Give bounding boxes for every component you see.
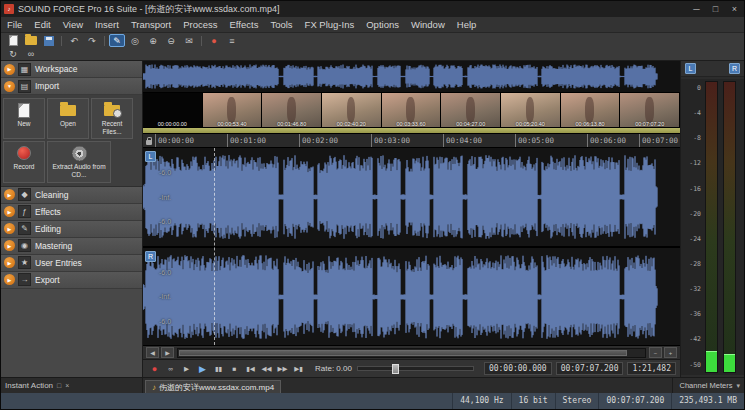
menu-tools[interactable]: Tools <box>264 17 298 33</box>
scroll-left-button[interactable]: ◀ <box>146 347 159 358</box>
close-panel-icon[interactable]: × <box>65 382 69 389</box>
zoom-in-time-button[interactable]: + <box>664 347 677 358</box>
minimize-button[interactable]: ─ <box>687 1 706 17</box>
sidebar-section-user-entries[interactable]: ▶ ★ User Entries <box>1 255 142 272</box>
sidebar-section-cleaning[interactable]: ▶ ◆ Cleaning <box>1 187 142 204</box>
loop-region-bar[interactable] <box>143 127 680 134</box>
close-button[interactable]: × <box>725 1 744 17</box>
collapse-arrow-icon[interactable]: ▼ <box>4 81 15 92</box>
video-frame[interactable]: 00:06:13.80 <box>561 93 621 127</box>
position-display[interactable]: 00:00:00.000 <box>484 362 552 375</box>
expand-arrow-icon[interactable]: ▶ <box>4 223 15 234</box>
expand-arrow-icon[interactable]: ▶ <box>4 240 15 251</box>
channel-meters-tab[interactable]: Channel Meters ▾ <box>672 378 744 393</box>
menu-process[interactable]: Process <box>177 17 223 33</box>
scroll-right-button[interactable]: ▶ <box>161 347 174 358</box>
waveform-left[interactable] <box>143 148 680 246</box>
expand-arrow-icon[interactable]: ▶ <box>4 274 15 285</box>
menu-window[interactable]: Window <box>405 17 451 33</box>
horizontal-scrollbar[interactable]: ◀ ▶ − + <box>143 345 680 359</box>
instant-action-tab[interactable]: Instant Action □ × <box>1 378 143 393</box>
loop-playback-toolbar-button[interactable]: ∞ <box>23 48 39 61</box>
scrollbar-thumb[interactable] <box>179 350 627 356</box>
rate-slider-handle[interactable] <box>392 364 399 374</box>
video-frame[interactable]: 00:07:07.20 <box>620 93 680 127</box>
pause-button[interactable]: ▮▮ <box>211 362 226 375</box>
expand-arrow-icon[interactable]: ▶ <box>4 64 15 75</box>
title-bar[interactable]: ♪ SOUND FORGE Pro 16 Suite - [伤逝的安详www.s… <box>1 1 744 17</box>
save-button[interactable] <box>41 34 57 47</box>
play-all-button[interactable]: ▶ <box>179 362 194 375</box>
import-new-button[interactable]: New <box>3 98 45 139</box>
rate-slider[interactable] <box>357 366 474 371</box>
maximize-button[interactable]: □ <box>706 1 725 17</box>
video-frame[interactable]: 00:05:20.40 <box>501 93 561 127</box>
sidebar-section-workspace[interactable]: ▶ ▦ Workspace <box>1 61 142 78</box>
waveform-area[interactable]: L -6.0 -Inf. -6.0 R -6.0 -Inf. -6.0 <box>143 148 680 345</box>
window-position-icon[interactable]: □ <box>57 382 61 389</box>
scrollbar-track[interactable] <box>177 348 646 358</box>
time-ruler[interactable]: 00:00:00 00:01:00 00:02:00 00:03:00 00:0… <box>143 134 680 148</box>
sidebar-section-import[interactable]: ▼ ▤ Import <box>1 78 142 95</box>
edit-tool-button[interactable]: ✎ <box>109 34 125 47</box>
magnify-tool-button[interactable]: ◎ <box>127 34 143 47</box>
forward-button[interactable]: ▶▶ <box>275 362 290 375</box>
loop-playback-button[interactable]: ∞ <box>163 362 178 375</box>
selection-length-display[interactable]: 1:21,482 <box>627 362 676 375</box>
video-frame[interactable]: 00:01:46.80 <box>262 93 322 127</box>
import-record-button[interactable]: Record <box>3 141 45 182</box>
menu-edit[interactable]: Edit <box>28 17 56 33</box>
menu-effects[interactable]: Effects <box>224 17 265 33</box>
import-open-button[interactable]: Open <box>47 98 89 139</box>
new-file-button[interactable] <box>5 34 21 47</box>
video-frame[interactable]: 00:04:27.00 <box>441 93 501 127</box>
menu-help[interactable]: Help <box>451 17 483 33</box>
menu-fx-plugins[interactable]: FX Plug-Ins <box>299 17 361 33</box>
menu-transport[interactable]: Transport <box>125 17 177 33</box>
channel-left[interactable]: L -6.0 -Inf. -6.0 <box>143 148 680 246</box>
rewind-button[interactable]: ◀◀ <box>259 362 274 375</box>
zoom-in-button[interactable]: ⊕ <box>145 34 161 47</box>
menu-file[interactable]: File <box>1 17 28 33</box>
meter-right-button[interactable]: R <box>729 63 740 74</box>
channel-left-button[interactable]: L <box>145 151 156 162</box>
zoom-out-button[interactable]: ⊖ <box>163 34 179 47</box>
overview-waveform[interactable] <box>143 62 680 91</box>
sidebar-section-editing[interactable]: ▶ ✎ Editing <box>1 221 142 238</box>
playback-cursor[interactable] <box>214 148 215 345</box>
video-frame[interactable]: 00:03:33.60 <box>382 93 442 127</box>
import-extract-cd-button[interactable]: Extract Audio from CD... <box>47 141 111 182</box>
play-button[interactable]: ▶ <box>195 362 210 375</box>
document-tab[interactable]: ♪ 伤逝的安详www.ssdax.com.mp4 <box>145 380 281 394</box>
video-frame[interactable]: 00:02:40.20 <box>322 93 382 127</box>
undo-button[interactable]: ↶ <box>66 34 82 47</box>
chevron-down-icon[interactable]: ▾ <box>736 382 740 390</box>
sidebar-section-export[interactable]: ▶ → Export <box>1 272 142 289</box>
menu-options[interactable]: Options <box>360 17 405 33</box>
meter-left-button[interactable]: L <box>685 63 696 74</box>
import-recent-files-button[interactable]: Recent Files... <box>91 98 133 139</box>
channel-right[interactable]: R -6.0 -Inf. -6.0 <box>143 248 680 346</box>
envelope-tool-button[interactable]: ✉ <box>181 34 197 47</box>
redo-button[interactable]: ↷ <box>84 34 100 47</box>
open-file-button[interactable] <box>23 34 39 47</box>
record-button[interactable]: ● <box>147 362 162 375</box>
sidebar-section-mastering[interactable]: ▶ ◉ Mastering <box>1 238 142 255</box>
total-length-display[interactable]: 00:07:07.200 <box>556 362 624 375</box>
sidebar-section-effects[interactable]: ▶ ƒ Effects <box>1 204 142 221</box>
video-frame[interactable]: 00:00:00.00 <box>143 93 203 127</box>
menu-view[interactable]: View <box>57 17 89 33</box>
waveform-right[interactable] <box>143 248 680 346</box>
stop-button[interactable]: ■ <box>227 362 242 375</box>
go-to-start-button[interactable]: ▮◀ <box>243 362 258 375</box>
go-to-end-button[interactable]: ▶▮ <box>291 362 306 375</box>
event-tool-button[interactable]: ≡ <box>224 34 240 47</box>
zoom-out-time-button[interactable]: − <box>649 347 662 358</box>
video-frame[interactable]: 00:00:53.40 <box>203 93 263 127</box>
expand-arrow-icon[interactable]: ▶ <box>4 257 15 268</box>
expand-arrow-icon[interactable]: ▶ <box>4 189 15 200</box>
record-options-button[interactable]: ● <box>206 34 222 47</box>
video-strip[interactable]: 00:00:00.00 00:00:53.40 00:01:46.80 00:0… <box>143 93 680 127</box>
menu-insert[interactable]: Insert <box>89 17 125 33</box>
refresh-button[interactable]: ↻ <box>5 48 21 61</box>
